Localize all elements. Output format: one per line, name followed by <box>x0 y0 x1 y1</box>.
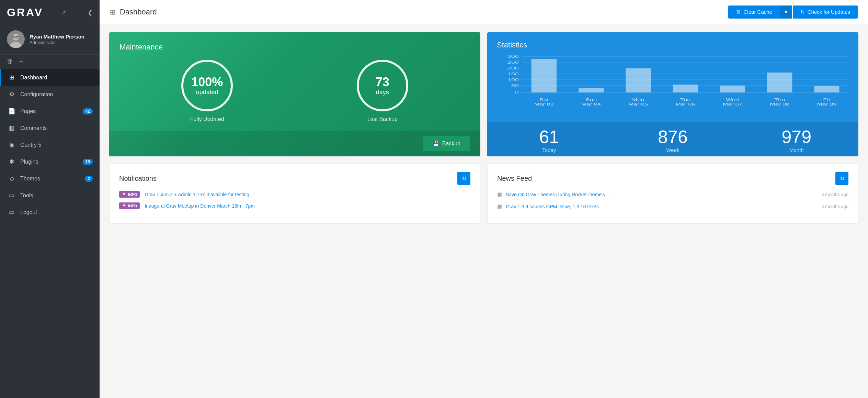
newsfeed-title: News Feed <box>497 175 532 183</box>
bar-mon <box>626 68 651 92</box>
bar-sun <box>579 88 604 92</box>
sidebar-item-configuration[interactable]: ⚙ Configuration <box>0 86 100 103</box>
newsfeed-link-1[interactable]: Save On Grav Themes During RocketTheme's… <box>506 192 610 197</box>
bar-wed <box>720 86 745 92</box>
svg-text:0: 0 <box>515 90 519 94</box>
stats-numbers: 61 Today 876 Week 979 Month <box>487 122 858 156</box>
sidebar-item-label: Themes <box>20 176 85 182</box>
circle-backup: 73 days Last Backup <box>357 60 408 122</box>
dashboard-grid-icon: ⊞ <box>110 8 116 16</box>
svg-text:Mar 04: Mar 04 <box>581 102 601 106</box>
sidebar-item-comments[interactable]: ▦ Comments <box>0 120 100 136</box>
stat-week-value: 876 <box>611 128 734 146</box>
svg-text:Mar 07: Mar 07 <box>723 102 742 106</box>
themes-icon: ◇ <box>8 175 15 182</box>
statistics-title: Statistics <box>487 32 858 53</box>
newsfeed-item-2: ▦ Grav 1.3.9 causes GPM Issue, 1.3.10 Fi… <box>497 203 848 210</box>
sidebar-item-tools[interactable]: ▭ Tools <box>0 187 100 204</box>
circle-updated-value: 100% <box>191 75 223 89</box>
delete-icon[interactable]: 🗑 <box>7 58 13 65</box>
sidebar-toggle-icon[interactable]: ❮ <box>88 9 93 16</box>
backup-icon: 💾 <box>433 140 439 147</box>
sidebar-item-label: Dashboard <box>20 75 93 81</box>
circle-updated: 100% updated Fully Updated <box>181 60 233 122</box>
check-updates-button[interactable]: ↻ Check for Updates <box>793 5 858 19</box>
sidebar-item-logout[interactable]: ▭ Logout <box>0 204 100 221</box>
avatar <box>7 30 25 48</box>
pages-icon: 📄 <box>8 108 15 115</box>
svg-text:Thu: Thu <box>774 98 785 102</box>
newsfeed-left-1: ▦ Save On Grav Themes During RocketTheme… <box>497 191 818 198</box>
sidebar-item-gantry5[interactable]: ◉ Gantry 5 <box>0 136 100 153</box>
themes-badge: 2 <box>85 176 93 182</box>
svg-text:Mon: Mon <box>632 98 644 102</box>
svg-text:Fri: Fri <box>823 98 830 102</box>
external-link-icon[interactable]: ↗ <box>61 9 66 16</box>
sidebar-item-label: Plugins <box>20 159 83 165</box>
maintenance-title: Maintenance <box>119 43 470 52</box>
notifications-title: Notifications <box>119 175 157 183</box>
circle-updated-label: Fully Updated <box>181 116 233 122</box>
bar-chart: 300 250 200 150 100 50 0 Sat Mar 03 <box>497 53 849 122</box>
bar-thu <box>767 73 792 92</box>
notification-link-2[interactable]: Inaugural Grav Meetup in Denver March 13… <box>145 203 255 209</box>
notifications-refresh-button[interactable]: ↻ <box>457 172 470 185</box>
notification-item-1: 📢 INFO Grav 1.4-rc.2 + Admin 1.7-rc.3 av… <box>119 191 470 198</box>
sidebar-nav: ⊞ Dashboard ⚙ Configuration 📄 Pages 42 ▦… <box>0 69 100 221</box>
sidebar-item-plugins[interactable]: ✱ Plugins 19 <box>0 153 100 170</box>
plugins-icon: ✱ <box>8 158 15 165</box>
svg-text:Sun: Sun <box>585 98 597 102</box>
sidebar-item-label: Comments <box>20 125 93 131</box>
sidebar-actions: 🗑 + <box>0 55 100 69</box>
circle-updated-unit: updated <box>196 89 218 96</box>
notifications-header: Notifications ↻ <box>119 172 470 185</box>
svg-text:300: 300 <box>507 54 519 58</box>
info-badge-1: 📢 INFO <box>119 191 140 198</box>
clear-cache-dropdown-button[interactable]: ▼ <box>780 5 792 19</box>
user-info: Ryan Matthew Pierson Administrator <box>30 33 84 45</box>
notification-link-1[interactable]: Grav 1.4-rc.2 + Admin 1.7-rc.3 availble … <box>145 192 249 197</box>
newsfeed-link-2[interactable]: Grav 1.3.9 causes GPM Issue, 1.3.10 Fixe… <box>506 204 599 209</box>
newsfeed-left-2: ▦ Grav 1.3.9 causes GPM Issue, 1.3.10 Fi… <box>497 203 818 210</box>
svg-text:Mar 08: Mar 08 <box>770 102 789 106</box>
bottom-grid: Notifications ↻ 📢 INFO Grav 1.4-rc.2 + A… <box>109 163 858 224</box>
gantry5-icon: ◉ <box>8 141 15 148</box>
circle-updated-ring: 100% updated <box>181 60 233 111</box>
sidebar-item-pages[interactable]: 📄 Pages 42 <box>0 103 100 120</box>
newsfeed-header: News Feed ↻ <box>497 172 848 185</box>
statistics-card: Statistics 300 250 200 <box>487 32 858 156</box>
svg-text:Sat: Sat <box>539 98 549 102</box>
megaphone-icon: 📢 <box>122 192 127 197</box>
newsfeed-time-2: 3 months ago <box>821 204 848 209</box>
newsfeed-time-1: 3 months ago <box>821 192 848 197</box>
logout-icon: ▭ <box>8 209 15 216</box>
svg-text:Wed: Wed <box>726 98 739 102</box>
newsfeed-refresh-button[interactable]: ↻ <box>835 172 848 185</box>
article-icon-1: ▦ <box>497 191 502 198</box>
user-name: Ryan Matthew Pierson <box>30 33 84 40</box>
stat-week-label: Week <box>611 147 734 153</box>
user-role: Administrator <box>30 40 84 45</box>
refresh-icon: ↻ <box>800 9 805 15</box>
maintenance-footer: 💾 Backup <box>109 131 480 156</box>
sidebar-item-label: Logout <box>20 209 93 215</box>
svg-text:Mar 09: Mar 09 <box>817 102 836 106</box>
configuration-icon: ⚙ <box>8 91 15 98</box>
bar-fri <box>814 86 839 92</box>
article-icon-2: ▦ <box>497 203 502 210</box>
circle-backup-ring: 73 days <box>357 60 408 111</box>
page-title: ⊞ Dashboard <box>110 8 157 16</box>
svg-text:Mar 06: Mar 06 <box>676 102 695 106</box>
sidebar-item-dashboard[interactable]: ⊞ Dashboard <box>0 69 100 86</box>
topbar-buttons: 🗑 Clear Cache ▼ ↻ Check for Updates <box>728 5 858 19</box>
stat-today: 61 Today <box>487 128 611 153</box>
newsfeed-item-1: ▦ Save On Grav Themes During RocketTheme… <box>497 191 848 198</box>
backup-button[interactable]: 💾 Backup <box>423 136 470 151</box>
add-icon[interactable]: + <box>19 58 23 65</box>
content-area: Maintenance 100% updated Fully Updated 7… <box>100 24 868 398</box>
sidebar-item-themes[interactable]: ◇ Themes 2 <box>0 170 100 187</box>
maintenance-card: Maintenance 100% updated Fully Updated 7… <box>109 32 480 156</box>
clear-cache-button[interactable]: 🗑 Clear Cache <box>728 5 780 19</box>
svg-text:100: 100 <box>507 78 519 82</box>
stat-month-label: Month <box>735 147 858 153</box>
